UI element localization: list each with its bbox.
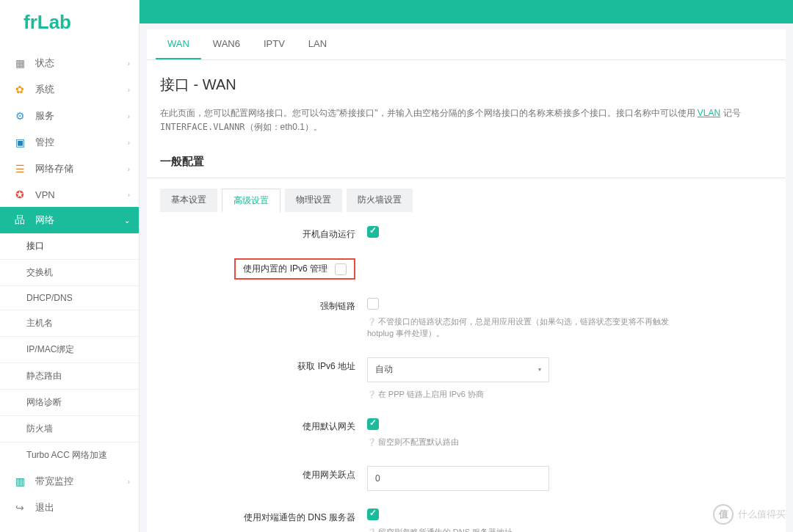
label-autorun: 开机自动运行 (160, 225, 367, 241)
nav-network-submenu: 接口 交换机 DHCP/DNS 主机名 IP/MAC绑定 静态路由 网络诊断 防… (0, 233, 139, 468)
watermark: 值 什么值得买 (713, 504, 786, 525)
checkbox-autorun[interactable] (367, 226, 379, 238)
ctab-physical[interactable]: 物理设置 (285, 189, 342, 212)
nav-service[interactable]: ⚙服务› (0, 103, 139, 129)
nav-nas[interactable]: ☰网络存储› (0, 156, 139, 182)
tab-lan[interactable]: LAN (297, 29, 338, 59)
settings-form: 开机自动运行 使用内置的 IPv6 管理 强制链路 不管接口的链路状态如何，总是… (147, 212, 786, 532)
tab-wan6[interactable]: WAN6 (201, 29, 252, 59)
page-title: 接口 - WAN (147, 60, 786, 106)
nav-label: 管控 (35, 136, 128, 149)
nav-bandwidth[interactable]: ▥带宽监控› (0, 468, 139, 495)
chevron-right-icon: › (128, 139, 130, 147)
subnav-dhcp[interactable]: DHCP/DNS (0, 286, 139, 310)
tab-wan[interactable]: WAN (156, 29, 201, 59)
label-getipv6: 获取 IPv6 地址 (160, 357, 367, 373)
chevron-right-icon: › (128, 165, 130, 173)
control-icon: ▣ (13, 136, 26, 148)
nav-control[interactable]: ▣管控› (0, 129, 139, 156)
chevron-right-icon: › (128, 59, 130, 68)
select-getipv6[interactable]: 自动▾ (367, 357, 549, 382)
subnav-hostname[interactable]: 主机名 (0, 310, 139, 337)
vlan-link[interactable]: VLAN (698, 108, 720, 118)
tab-iptv[interactable]: IPTV (252, 29, 297, 59)
label-defaultgw: 使用默认网关 (160, 418, 367, 433)
ctab-basic[interactable]: 基本设置 (160, 189, 217, 212)
nav-status[interactable]: ▦状态› (0, 50, 139, 76)
nav-label: 服务 (35, 109, 128, 123)
desc-code: INTERFACE.VLANNR (160, 122, 245, 132)
chevron-right-icon: › (128, 478, 130, 486)
nav-menu: ▦状态› ✿系统› ⚙服务› ▣管控› ☰网络存储› ✪VPN› 品网络⌄ 接口… (0, 50, 139, 521)
ctab-advanced[interactable]: 高级设置 (222, 189, 280, 213)
section-title: 一般配置 (147, 149, 786, 178)
subnav-diagnostics[interactable]: 网络诊断 (0, 390, 139, 416)
gear-icon: ✿ (13, 84, 26, 95)
watermark-badge: 值 (713, 504, 734, 525)
nav-label: 网络存储 (35, 162, 128, 175)
desc-text: 记号 (720, 108, 740, 118)
sidebar: frLab ▦状态› ✿系统› ⚙服务› ▣管控› ☰网络存储› ✪VPN› 品… (0, 0, 140, 532)
checkbox-defaultgw[interactable] (367, 418, 379, 430)
checkbox-peerdns[interactable] (367, 509, 379, 520)
logout-icon: ↪ (13, 502, 26, 514)
storage-icon: ☰ (13, 163, 26, 175)
network-icon: 品 (13, 214, 26, 227)
page-description: 在此页面，您可以配置网络接口。您可以勾选"桥接接口"，并输入由空格分隔的多个网络… (147, 106, 786, 149)
watermark-text: 什么值得买 (738, 508, 786, 521)
subnav-static-route[interactable]: 静态路由 (0, 363, 139, 390)
nav-label: 状态 (35, 57, 128, 70)
nav-system[interactable]: ✿系统› (0, 76, 139, 103)
label-forcelink: 强制链路 (160, 297, 367, 313)
hint-forcelink: 不管接口的链路状态如何，总是用应用设置（如果勾选，链路状态变更将不再触发 hot… (367, 316, 690, 340)
topbar (140, 0, 793, 23)
vpn-icon: ✪ (13, 189, 26, 200)
chevron-right-icon: › (128, 112, 130, 120)
nav-label: VPN (35, 189, 128, 200)
nav-label: 带宽监控 (35, 475, 128, 488)
hint-getipv6: 在 PPP 链路上启用 IPv6 协商 (367, 388, 690, 401)
subnav-turboacc[interactable]: Turbo ACC 网络加速 (0, 442, 139, 468)
select-value: 自动 (375, 363, 393, 376)
monitor-icon: ▥ (13, 475, 26, 487)
interface-tabs: WAN WAN6 IPTV LAN (147, 29, 786, 60)
nav-vpn[interactable]: ✪VPN› (0, 182, 139, 207)
subnav-firewall[interactable]: 防火墙 (0, 416, 139, 442)
grid-icon: ▦ (13, 57, 26, 69)
logo: frLab (0, 0, 139, 41)
nav-label: 系统 (35, 83, 128, 96)
nav-network[interactable]: 品网络⌄ (0, 207, 139, 233)
ctab-firewall[interactable]: 防火墙设置 (347, 189, 413, 212)
subnav-switch[interactable]: 交换机 (0, 260, 139, 286)
chevron-down-icon: ⌄ (124, 216, 130, 225)
nav-logout[interactable]: ↪退出 (0, 495, 139, 521)
desc-text: （例如：eth0.1）。 (245, 122, 322, 132)
nav-label: 退出 (35, 501, 130, 514)
nav-label: 网络 (35, 214, 124, 227)
hint-peerdns: 留空则忽略所通告的 DNS 服务器地址 (367, 526, 690, 532)
hint-defaultgw: 留空则不配置默认路由 (367, 436, 690, 448)
chevron-down-icon: ▾ (538, 366, 541, 373)
label-ipv6mgmt: 使用内置的 IPv6 管理 (236, 263, 327, 274)
label-peerdns: 使用对端通告的 DNS 服务器 (160, 509, 367, 524)
subnav-interface[interactable]: 接口 (0, 233, 139, 260)
chevron-right-icon: › (128, 191, 130, 199)
checkbox-ipv6mgmt[interactable] (335, 263, 347, 275)
checkbox-forcelink[interactable] (367, 298, 379, 310)
subnav-ipmac[interactable]: IP/MAC绑定 (0, 337, 139, 363)
highlight-annotation: 使用内置的 IPv6 管理 (234, 258, 355, 280)
service-icon: ⚙ (13, 110, 26, 122)
desc-text: 在此页面，您可以配置网络接口。您可以勾选"桥接接口"，并输入由空格分隔的多个网络… (160, 108, 698, 118)
chevron-right-icon: › (128, 86, 130, 94)
label-gwmetric: 使用网关跃点 (160, 466, 367, 481)
content-area: WAN WAN6 IPTV LAN 接口 - WAN 在此页面，您可以配置网络接… (147, 29, 786, 532)
input-gwmetric[interactable] (367, 466, 549, 491)
config-tabs: 基本设置 高级设置 物理设置 防火墙设置 (147, 178, 786, 212)
